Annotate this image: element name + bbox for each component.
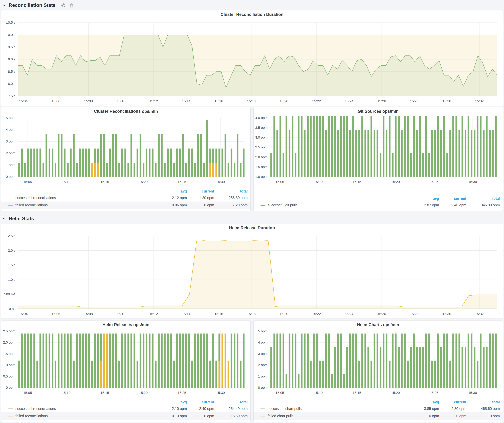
svg-text:0 opm: 0 opm <box>258 386 268 389</box>
panel-title[interactable]: Cluster Reconciliations ops/min <box>1 107 251 115</box>
series-color-dash <box>260 416 265 417</box>
legend-sort-total[interactable]: total <box>466 400 500 404</box>
legend-sort-total[interactable]: total <box>466 197 500 201</box>
svg-text:2 opm: 2 opm <box>258 363 268 367</box>
helm-release-duration-chart[interactable]: 0 ns500 ms1.0 s1.5 s2.0 s2.5 s15:0415:06… <box>1 232 503 318</box>
stat-current: 4.80 opm <box>439 407 466 411</box>
stat-total: 7.20 opm <box>214 203 248 207</box>
legend-row: successful chart pulls3.85 opm4.80 opm46… <box>253 405 503 412</box>
svg-text:15:24: 15:24 <box>345 99 353 103</box>
legend-sort-current[interactable]: current <box>187 189 214 194</box>
svg-text:15:15: 15:15 <box>101 180 109 184</box>
svg-text:15:22: 15:22 <box>312 99 321 103</box>
svg-text:15:04: 15:04 <box>19 312 28 316</box>
svg-text:15:22: 15:22 <box>312 312 321 316</box>
series-label[interactable]: successful chart pulls <box>268 407 302 411</box>
svg-text:15:14: 15:14 <box>182 99 191 103</box>
legend-sort-current[interactable]: current <box>187 400 214 404</box>
svg-text:15:05: 15:05 <box>23 391 32 395</box>
svg-text:15:18: 15:18 <box>247 312 256 316</box>
legend-row: failed reconciliations0.13 opm0 opm15.60… <box>1 412 251 420</box>
legend-header-row: avgcurrenttotal <box>1 399 251 405</box>
svg-text:2.0 opm: 2.0 opm <box>255 155 268 159</box>
series-label[interactable]: failed reconciliations <box>15 203 48 207</box>
series-label[interactable]: successful reconciliations <box>15 196 56 200</box>
legend-row: successful reconciliations2.10 opm2.40 o… <box>1 405 251 412</box>
section-reconciliation-stats[interactable]: Reconciliation Stats <box>2 1 74 9</box>
series-label[interactable]: failed reconciliations <box>15 414 48 418</box>
helm-releases-ops-chart[interactable]: 0 opm0.5 opm1.0 opm1.5 opm2.0 opm2.5 opm… <box>1 329 251 397</box>
svg-text:15:32: 15:32 <box>475 99 484 103</box>
svg-text:1.5 opm: 1.5 opm <box>255 165 268 169</box>
panel-cluster-reconciliations-ops: Cluster Reconciliations ops/min 0 opm1 o… <box>1 107 251 211</box>
legend-cluster-reconciliations: avgcurrenttotalsuccessful reconciliation… <box>1 186 251 211</box>
svg-text:15:12: 15:12 <box>149 312 158 316</box>
panel-title[interactable]: Helm Releases ops/min <box>1 321 251 329</box>
svg-text:4 opm: 4 opm <box>258 341 268 344</box>
helm-charts-ops-chart[interactable]: 0 opm1 opm2 opm3 opm4 opm5 opm15:0515:10… <box>253 329 503 397</box>
series-label[interactable]: successful git pulls <box>268 203 298 207</box>
legend-sort-avg[interactable]: avg <box>412 400 439 404</box>
legend-sort-avg[interactable]: avg <box>412 197 439 201</box>
stat-avg: 0.06 opm <box>160 203 187 207</box>
chevron-down-icon <box>2 4 6 7</box>
series-color-dash <box>260 409 265 409</box>
chevron-down-icon <box>2 217 6 220</box>
svg-text:15:15: 15:15 <box>101 391 109 395</box>
stat-current: 0 opm <box>187 203 214 207</box>
section-title: Helm Stats <box>9 216 34 222</box>
legend-sort-current[interactable]: current <box>439 400 466 404</box>
svg-text:2.5 s: 2.5 s <box>8 234 15 238</box>
svg-text:15:10: 15:10 <box>314 180 323 184</box>
svg-text:15:25: 15:25 <box>430 391 438 395</box>
svg-text:2.5 opm: 2.5 opm <box>3 329 16 333</box>
panel-git-sources-ops: Git Sources ops/min 1.0 opm1.5 opm2.0 op… <box>253 107 503 211</box>
svg-text:15:15: 15:15 <box>353 180 361 184</box>
svg-text:10.5 s: 10.5 s <box>6 21 15 24</box>
svg-text:15:06: 15:06 <box>52 312 60 316</box>
series-label[interactable]: successful reconciliations <box>15 407 56 411</box>
cluster-reconciliations-ops-chart[interactable]: 0 opm1 opm2 opm3 opm4 opm5 opm15:0515:10… <box>1 115 251 186</box>
stat-avg: 2.10 opm <box>160 407 187 411</box>
panel-title[interactable]: Helm Charts ops/min <box>253 321 503 329</box>
svg-text:15:10: 15:10 <box>62 391 71 395</box>
svg-text:15:30: 15:30 <box>443 312 451 316</box>
git-sources-ops-chart[interactable]: 1.0 opm1.5 opm2.0 opm2.5 opm3.0 opm3.5 o… <box>253 115 503 186</box>
stat-current: 2.40 opm <box>439 203 466 207</box>
svg-text:2.0 opm: 2.0 opm <box>3 341 16 344</box>
stat-avg: 0 opm <box>412 414 439 418</box>
series-label[interactable]: failed chart pulls <box>268 414 294 418</box>
stat-avg: 2.87 opm <box>412 203 439 207</box>
svg-text:1.0 opm: 1.0 opm <box>3 363 16 367</box>
panel-title[interactable]: Cluster Reconciliation Duration <box>1 11 503 18</box>
svg-text:0 opm: 0 opm <box>6 175 15 179</box>
legend-sort-total[interactable]: total <box>214 189 248 194</box>
svg-text:8.0 s: 8.0 s <box>8 82 15 86</box>
panel-title[interactable]: Helm Release Duration <box>1 224 503 232</box>
svg-text:5 opm: 5 opm <box>258 329 268 333</box>
legend-helm-releases: avgcurrenttotalsuccessful reconciliation… <box>1 397 251 422</box>
legend-sort-total[interactable]: total <box>214 400 248 404</box>
svg-text:15:16: 15:16 <box>215 312 223 316</box>
legend-sort-current[interactable]: current <box>439 197 466 201</box>
stat-avg: 0.13 opm <box>160 414 187 418</box>
svg-text:500 ms: 500 ms <box>4 292 15 296</box>
stat-total: 0 opm <box>466 414 500 418</box>
svg-text:15:06: 15:06 <box>52 99 60 103</box>
gear-icon[interactable] <box>60 2 66 8</box>
legend-sort-avg[interactable]: avg <box>160 400 187 404</box>
svg-text:0 ns: 0 ns <box>9 307 15 311</box>
svg-text:1 opm: 1 opm <box>258 374 268 378</box>
trash-icon[interactable] <box>69 3 74 8</box>
stat-avg: 2.12 opm <box>160 196 187 200</box>
cluster-reconciliation-duration-chart[interactable]: 7.5 s8.0 s8.5 s9.0 s9.5 s10.0 s10.5 s15:… <box>1 18 503 106</box>
svg-text:15:32: 15:32 <box>475 312 484 316</box>
legend-sort-avg[interactable]: avg <box>160 189 187 194</box>
svg-text:1 opm: 1 opm <box>6 163 15 167</box>
svg-text:15:20: 15:20 <box>280 312 288 316</box>
panel-title[interactable]: Git Sources ops/min <box>253 107 503 115</box>
svg-text:8.5 s: 8.5 s <box>8 70 15 74</box>
svg-text:15:24: 15:24 <box>345 312 353 316</box>
section-helm-stats[interactable]: Helm Stats <box>2 215 34 223</box>
series-color-dash <box>8 198 13 198</box>
